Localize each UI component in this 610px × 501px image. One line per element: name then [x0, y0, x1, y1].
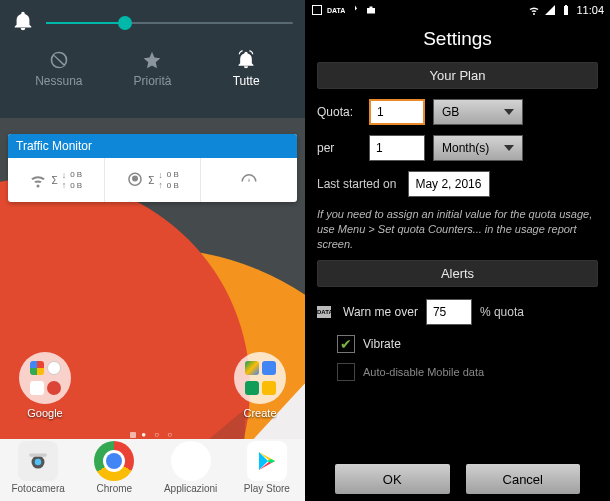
dock-camera-label: Fotocamera [11, 483, 64, 494]
widget-cell-mobile[interactable]: Σ ↓↑ 0 B0 B [105, 158, 202, 202]
data-icon: DATA [317, 306, 331, 318]
download-icon [349, 4, 361, 16]
last-started-input[interactable]: May 2, 2016 [408, 171, 490, 197]
widget-cell-speedometer[interactable] [201, 158, 297, 202]
warn-suffix: % quota [480, 305, 524, 319]
widget-title: Traffic Monitor [8, 134, 297, 158]
notification-bell-icon [12, 10, 34, 36]
mode-none-label: Nessuna [35, 74, 82, 88]
wifi-icon [528, 4, 540, 16]
folder-google[interactable]: Google [14, 352, 76, 419]
dock-chrome-label: Chrome [97, 483, 133, 494]
mode-none[interactable]: Nessuna [19, 50, 99, 88]
vibrate-label: Vibrate [363, 337, 401, 351]
warn-input[interactable]: 75 [426, 299, 472, 325]
help-text: If you need to assign an initial value f… [317, 207, 598, 252]
dock: Fotocamera Chrome Applicazioni Play Stor… [0, 439, 305, 501]
dock-camera[interactable]: Fotocamera [5, 441, 71, 494]
svg-rect-5 [370, 7, 373, 9]
warn-label: Warn me over [343, 305, 418, 319]
signal-icon [544, 4, 556, 16]
cancel-button[interactable]: Cancel [466, 464, 581, 494]
mode-priority[interactable]: Priorità [112, 50, 192, 88]
svg-rect-6 [564, 6, 568, 15]
section-your-plan: Your Plan [317, 62, 598, 89]
screenshot-icon [311, 4, 323, 16]
chevron-down-icon [504, 145, 514, 151]
per-input[interactable]: 1 [369, 135, 425, 161]
per-unit-select[interactable]: Month(s) [433, 135, 523, 161]
chevron-down-icon [504, 109, 514, 115]
auto-disable-checkbox[interactable] [337, 363, 355, 381]
quick-settings-panel: Nessuna Priorità Tutte [0, 0, 305, 118]
status-bar: DATA 11:04 [305, 0, 610, 20]
section-alerts: Alerts [317, 260, 598, 287]
dock-apps-label: Applicazioni [164, 483, 217, 494]
dock-apps[interactable]: Applicazioni [158, 441, 224, 494]
dock-play[interactable]: Play Store [234, 441, 300, 494]
svg-point-1 [35, 459, 42, 466]
dock-play-label: Play Store [244, 483, 290, 494]
battery-icon [560, 4, 572, 16]
widget-cell-wifi[interactable]: Σ ↓↑ 0 B0 B [8, 158, 105, 202]
ok-button[interactable]: OK [335, 464, 450, 494]
data-badge-icon: DATA [327, 7, 345, 14]
mode-all[interactable]: Tutte [206, 50, 286, 88]
auto-disable-label: Auto-disable Mobile data [363, 366, 484, 378]
page-title: Settings [305, 20, 610, 56]
svg-rect-3 [313, 6, 322, 15]
last-started-label: Last started on [317, 177, 396, 191]
per-label: per [317, 141, 361, 155]
quota-input[interactable]: 1 [369, 99, 425, 125]
settings-pane: DATA 11:04 Settings Your Plan Quota: 1 G… [305, 0, 610, 501]
mode-all-label: Tutte [233, 74, 260, 88]
folder-google-label: Google [27, 407, 62, 419]
notification-volume-slider[interactable] [46, 22, 293, 24]
mode-priority-label: Priorità [133, 74, 171, 88]
svg-rect-4 [367, 8, 375, 14]
folder-create-label: Create [243, 407, 276, 419]
traffic-monitor-widget[interactable]: Traffic Monitor Σ ↓↑ 0 B0 B Σ ↓↑ 0 B0 B [8, 134, 297, 202]
status-time: 11:04 [576, 4, 604, 16]
vibrate-checkbox[interactable] [337, 335, 355, 353]
quota-label: Quota: [317, 105, 361, 119]
quota-unit-select[interactable]: GB [433, 99, 523, 125]
dock-chrome[interactable]: Chrome [81, 441, 147, 494]
svg-rect-7 [565, 5, 567, 6]
folder-create[interactable]: Create [229, 352, 291, 419]
page-indicator[interactable]: ● ○ ○ [0, 430, 305, 439]
briefcase-icon [365, 4, 377, 16]
svg-rect-2 [29, 453, 46, 456]
home-screen-pane: Nessuna Priorità Tutte Traffic Monitor Σ… [0, 0, 305, 501]
